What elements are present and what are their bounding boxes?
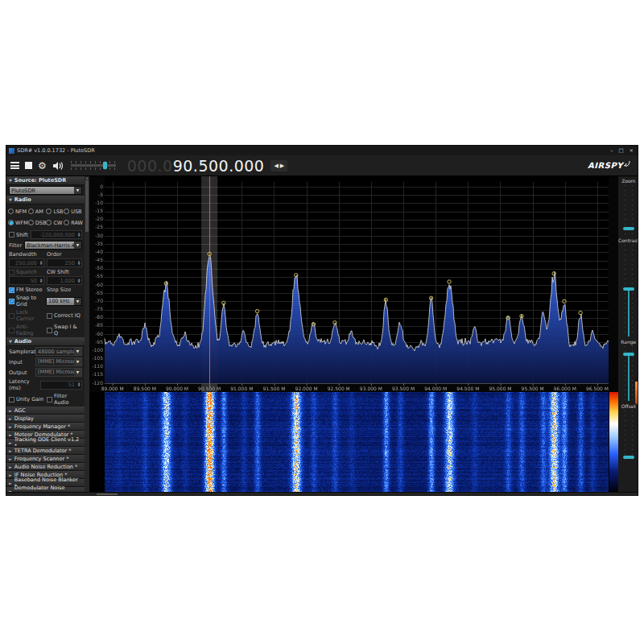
waterfall-display[interactable]	[89, 392, 609, 492]
radio-icon	[64, 220, 69, 225]
anti-fading-checkbox[interactable]: Anti-Fading	[9, 324, 44, 336]
collapse-arrow-icon: ▼	[9, 197, 12, 202]
stop-button[interactable]	[25, 159, 32, 173]
spinner-icon[interactable]: ▲▼	[76, 233, 81, 237]
step-size-select[interactable]: 100 kHz ▼	[46, 297, 82, 306]
contrast-slider-label: Contrast	[618, 237, 638, 244]
cw-shift-input[interactable]: 1,000▲▼	[47, 276, 82, 285]
expand-arrow-icon: ►	[9, 448, 12, 453]
swap-iq-checkbox[interactable]: Swap I & Q	[47, 324, 82, 336]
offset-slider-label: Offset	[621, 403, 636, 410]
mode-radio-usb[interactable]: USB	[64, 206, 83, 217]
fm-stereo-checkbox[interactable]: FM Stereo	[9, 287, 44, 293]
mode-radio-nfm[interactable]: NFM	[8, 206, 28, 217]
minimize-button[interactable]: –	[610, 148, 613, 153]
unity-gain-checkbox[interactable]: Unity Gain	[9, 396, 44, 402]
shift-checkbox[interactable]: Shift	[9, 232, 28, 238]
scrollbar-thumb[interactable]	[97, 493, 118, 496]
bottom-scrollbar[interactable]	[6, 492, 638, 496]
maximize-button[interactable]: □	[618, 148, 623, 153]
contrast-slider[interactable]	[622, 245, 635, 336]
checkbox-box	[9, 232, 14, 237]
airspy-logo: AIRSPY	[588, 161, 634, 170]
slider-handle[interactable]	[623, 353, 634, 356]
tune-up-icon[interactable]: ▶	[280, 163, 284, 169]
expand-arrow-icon: ►	[9, 424, 12, 429]
squelch-input[interactable]: 50▲▼	[9, 276, 44, 285]
panel-header-frequency-manager[interactable]: ►Frequency Manager *	[6, 423, 85, 431]
audio-panel-header[interactable]: ▼ Audio	[6, 337, 85, 346]
step-size-label: Step Size	[47, 287, 82, 293]
level-indicator-bar	[635, 378, 638, 404]
radio-icon	[46, 220, 52, 225]
close-button[interactable]: ×	[630, 148, 634, 153]
volume-slider-handle[interactable]	[103, 162, 107, 169]
waterfall-color-legend	[609, 392, 618, 492]
scrollbar-thumb[interactable]	[85, 180, 89, 232]
scroll-up-icon[interactable]: ▲	[86, 176, 89, 180]
shift-value-input[interactable]: -120,000,000 ▲▼	[31, 230, 82, 239]
mode-radio-wfm[interactable]: WFM	[8, 217, 28, 228]
radio-panel-header[interactable]: ▼ Radio	[6, 196, 85, 204]
app-icon	[9, 148, 14, 154]
panel-header-frequency-scanner[interactable]: ►Frequency Scanner *	[6, 455, 85, 463]
panel-header-audio-noise-reduction[interactable]: ►Audio Noise Reduction *	[6, 463, 85, 471]
snap-to-grid-checkbox[interactable]: Snap to Grid	[9, 295, 43, 308]
mode-radio-am[interactable]: AM	[28, 206, 47, 217]
frequency-dim-digits: 000.0	[127, 157, 173, 175]
panel-header-agc[interactable]: ►AGC	[6, 407, 85, 415]
mode-radio-dsb[interactable]: DSB	[28, 217, 47, 228]
window-title: SDR# v1.0.0.1732 - PlutoSDR	[17, 147, 95, 154]
offset-slider[interactable]	[622, 411, 635, 464]
mode-radio-cw[interactable]: CW	[46, 217, 64, 228]
squelch-checkbox[interactable]: Squelch	[9, 269, 44, 275]
demodulation-mode-group: NFMAMLSBUSBWFMDSBCWRAW	[6, 204, 85, 229]
mute-button[interactable]	[52, 159, 64, 173]
tune-down-icon[interactable]: ◀	[274, 163, 278, 169]
settings-button[interactable]: ⚙	[38, 159, 47, 173]
range-slider[interactable]	[622, 346, 635, 401]
filter-select[interactable]: Blackman-Harris 4 ▼	[24, 241, 82, 250]
spectrum-display[interactable]	[89, 176, 618, 392]
expand-arrow-icon: ►	[9, 456, 12, 461]
samplerate-label: Samplerate	[9, 349, 33, 355]
order-input[interactable]: 250▲▼	[47, 258, 82, 267]
panel-header-tracking-dde-client-v1-2[interactable]: ►Tracking DDE Client v1.2 *	[6, 439, 85, 447]
mode-radio-lsb[interactable]: LSB	[46, 206, 64, 217]
radio-icon	[8, 208, 14, 214]
order-label: Order	[47, 251, 82, 258]
slider-handle[interactable]	[623, 227, 634, 230]
panel-header-display[interactable]: ►Display	[6, 415, 85, 423]
filter-label: Filter	[9, 242, 22, 249]
radio-icon	[28, 220, 34, 225]
expand-arrow-icon: ►	[9, 432, 12, 437]
expand-arrow-icon: ►	[9, 440, 12, 445]
volume-slider[interactable]	[71, 161, 116, 170]
menu-button[interactable]	[10, 159, 19, 173]
audio-output-label: Output	[9, 369, 33, 376]
frequency-display[interactable]: 000.090.500.000	[127, 157, 265, 175]
toolbar: ⚙ 000.090.500.000 ◀ ▶ AIRSPY	[6, 155, 638, 176]
tune-step-buttons[interactable]: ◀ ▶	[270, 160, 287, 171]
radio-icon	[46, 208, 52, 214]
slider-handle[interactable]	[623, 456, 634, 459]
bandwidth-label: Bandwidth	[9, 251, 44, 258]
stop-icon	[25, 162, 32, 169]
source-panel-header[interactable]: ▼ Source: PlutoSDR	[6, 176, 85, 185]
collapse-arrow-icon: ▼	[9, 339, 12, 344]
cw-shift-label: CW Shift	[47, 269, 82, 275]
lock-carrier-checkbox[interactable]: Lock Carrier	[9, 309, 44, 322]
zoom-slider[interactable]	[622, 185, 635, 235]
display-controls-panel: ZoomContrastRangeOffset	[618, 176, 638, 492]
dropdown-arrow-icon: ▼	[74, 298, 81, 305]
latency-input[interactable]: 51▲▼	[40, 381, 82, 390]
bandwidth-input[interactable]: 250,000▲▼	[9, 258, 44, 267]
audio-output-select[interactable]: [MME] Microsoft 声 ▼	[35, 368, 82, 377]
slider-handle[interactable]	[623, 287, 634, 291]
mode-radio-raw[interactable]: RAW	[64, 217, 83, 228]
correct-iq-checkbox[interactable]: Correct IQ	[47, 312, 82, 319]
audio-input-select[interactable]: [MME] Microsoft 声 ▼	[35, 357, 82, 366]
device-select[interactable]: PlutoSDR ▼	[9, 186, 82, 195]
samplerate-select[interactable]: 48000 sample/sec ▼	[35, 347, 82, 356]
filter-audio-checkbox[interactable]: Filter Audio	[47, 393, 82, 406]
